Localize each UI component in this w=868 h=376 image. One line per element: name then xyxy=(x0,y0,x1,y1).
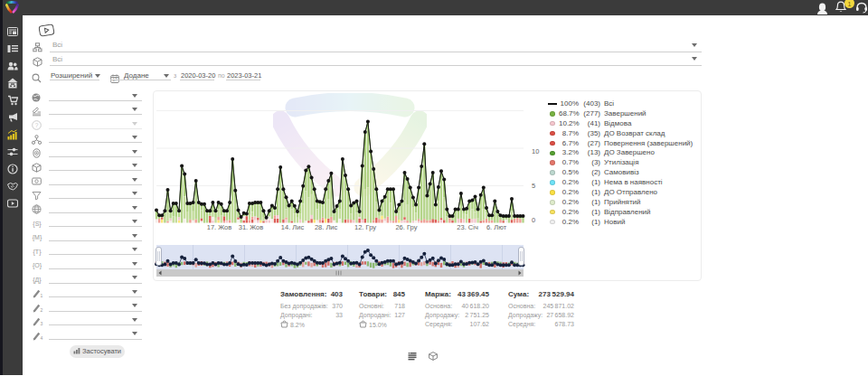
svg-text:0: 0 xyxy=(532,216,535,224)
svg-text:17. Жов: 17. Жов xyxy=(207,223,232,231)
svg-text:1: 1 xyxy=(41,293,43,298)
svg-text:28. Лис: 28. Лис xyxy=(315,223,338,231)
svg-text:12. Гру: 12. Гру xyxy=(354,223,376,231)
svg-text:31. Жов: 31. Жов xyxy=(239,223,264,231)
svg-text:3: 3 xyxy=(41,321,43,326)
svg-text:{S}: {S} xyxy=(33,221,42,228)
svg-text:{M}: {M} xyxy=(33,234,42,241)
svg-text:6. Лют: 6. Лют xyxy=(486,223,507,231)
svg-text:26. Гру: 26. Гру xyxy=(395,223,417,231)
svg-text:?: ? xyxy=(35,122,39,128)
svg-text:{T}: {T} xyxy=(33,249,42,256)
svg-text:14. Лис: 14. Лис xyxy=(281,223,305,231)
svg-text:2: 2 xyxy=(41,307,43,313)
svg-text:23. Січ: 23. Січ xyxy=(457,223,478,231)
svg-text:{О}: {О} xyxy=(33,262,42,269)
svg-text:4: 4 xyxy=(41,335,43,341)
svg-text:5: 5 xyxy=(532,182,535,190)
svg-text:{Д}: {Д} xyxy=(33,277,42,284)
svg-text:10: 10 xyxy=(532,147,539,155)
